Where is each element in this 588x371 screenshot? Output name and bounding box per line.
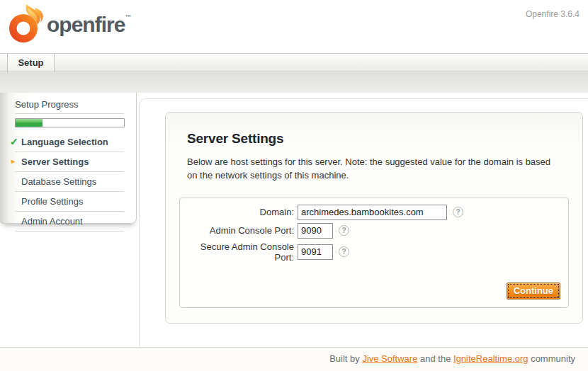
step-server-settings: ▸ Server Settings [15,152,124,172]
setup-steps-list: ✓ Language Selection ▸ Server Settings D… [15,132,124,232]
footer-text-middle: and the [417,353,453,364]
tab-setup[interactable]: Setup [7,54,55,72]
jive-software-link[interactable]: Jive Software [362,353,417,364]
igniterealtime-link[interactable]: IgniteRealtime.org [453,353,528,364]
domain-label: Domain: [180,207,298,217]
progress-bar-fill [16,119,43,127]
openfire-flame-logo-icon [7,4,45,44]
setup-progress-sidebar: Setup Progress ✓ Language Selection ▸ Se… [0,93,137,224]
step-admin-account: Admin Account [15,212,124,232]
secure-admin-console-port-label: Secure Admin Console Port: [180,241,298,263]
current-step-arrow-icon: ▸ [11,157,15,165]
page-title: Server Settings [187,131,561,147]
step-profile-settings: Profile Settings [15,192,124,212]
version-label: Openfire 3.6.4 [526,9,579,19]
step-label: Language Selection [21,137,108,147]
footer-text-suffix: community [528,353,575,364]
step-language-selection: ✓ Language Selection [15,132,124,152]
setup-progress-bar [15,118,125,127]
secure-port-help-icon[interactable]: ? [339,246,349,257]
openfire-setup-page: openfire™ Openfire 3.6.4 Setup Setup Pro… [0,0,588,371]
secure-admin-console-port-input[interactable] [298,244,333,260]
sidebar-title: Setup Progress [15,99,124,114]
server-settings-form: Domain: ? Admin Console Port: ? Secure A… [179,198,569,308]
server-settings-panel: Server Settings Below are host settings … [165,112,583,324]
trademark: ™ [125,13,131,21]
footer: Built by Jive Software and the IgniteRea… [0,347,588,371]
form-row-domain: Domain: ? [180,205,568,220]
admin-console-port-input[interactable] [298,223,333,239]
admin-port-help-icon[interactable]: ? [339,225,349,236]
tab-bar: Setup [0,53,588,72]
step-label: Database Settings [21,176,96,187]
header: openfire™ Openfire 3.6.4 [0,0,588,53]
step-database-settings: Database Settings [15,172,124,192]
step-label: Server Settings [21,156,89,167]
checkmark-icon: ✓ [10,136,18,147]
domain-input[interactable] [298,205,447,220]
brand-wordmark: openfire™ [47,13,131,37]
sub-navigation-bar [0,72,588,93]
continue-button[interactable]: Continue [507,282,560,299]
step-label: Profile Settings [21,196,83,207]
footer-text-prefix: Built by [329,353,362,364]
form-row-secure-port: Secure Admin Console Port: ? [180,241,568,263]
domain-help-icon[interactable]: ? [453,207,463,217]
admin-console-port-label: Admin Console Port: [180,225,298,236]
step-label: Admin Account [21,216,83,227]
page-description: Below are host settings for this server.… [187,156,555,183]
form-row-admin-port: Admin Console Port: ? [180,223,568,239]
